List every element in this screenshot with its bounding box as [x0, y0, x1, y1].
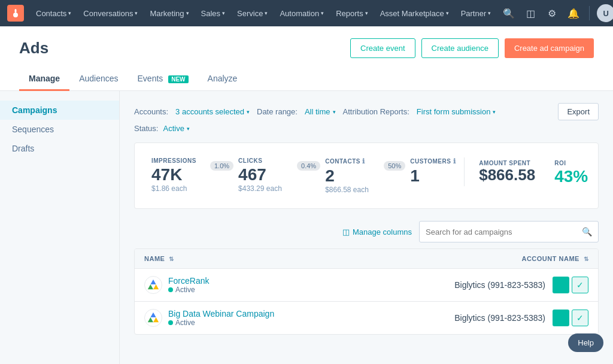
status-row: Status: Active ▾	[134, 124, 599, 133]
google-ads-icon	[144, 276, 162, 294]
date-range-label: Date range:	[257, 107, 298, 116]
create-campaign-button[interactable]: Create ad campaign	[505, 38, 594, 58]
status-text: Active	[175, 318, 195, 327]
check-swatch[interactable]: ✓	[572, 277, 588, 293]
sidebar-item-drafts[interactable]: Drafts	[0, 139, 119, 158]
date-range-filter[interactable]: All time ▾	[305, 107, 336, 116]
nav-asset-marketplace[interactable]: Asset Marketplace ▾	[375, 0, 454, 26]
accounts-caret-icon: ▾	[247, 109, 250, 115]
tab-analyze[interactable]: Analyze	[198, 68, 247, 91]
campaign-name-link[interactable]: Big Data Webinar Campaign	[168, 309, 274, 318]
campaign-account-cell: Biglytics (991-823-5383) ✓	[363, 302, 598, 335]
clicks-stat: CLICKS 467 $433.29 each	[238, 157, 286, 193]
contacts-info-icon[interactable]: ℹ	[362, 157, 365, 165]
page-header: Ads Create event Create audience Create …	[0, 26, 613, 91]
notifications-icon[interactable]: 🔔	[565, 5, 582, 22]
attribution-filter[interactable]: First form submission ▾	[417, 107, 496, 116]
nav-conversations[interactable]: Conversations ▾	[78, 0, 142, 26]
asset-marketplace-caret-icon: ▾	[446, 10, 449, 16]
contacts-stat: CONTACTS ℹ 2 $866.58 each	[325, 157, 373, 194]
settings-icon[interactable]: ⚙	[544, 5, 560, 22]
svg-marker-1	[150, 280, 156, 284]
checkmark-icon: ✓	[576, 280, 584, 290]
contacts-label: CONTACTS ℹ	[325, 157, 373, 165]
campaign-name-cell: Big Data Webinar Campaign Active	[135, 302, 363, 335]
customers-info-icon[interactable]: ℹ	[453, 157, 456, 165]
search-icon[interactable]: 🔍	[500, 5, 517, 22]
teal-swatch[interactable]	[553, 277, 569, 293]
top-navigation: Contacts ▾ Conversations ▾ Marketing ▾ S…	[0, 0, 613, 26]
hubspot-logo[interactable]	[7, 5, 24, 22]
clicks-arrow: 0.4%	[297, 161, 320, 171]
campaign-status: Active	[168, 318, 274, 327]
reports-caret-icon: ▾	[365, 10, 368, 16]
status-text: Active	[175, 286, 195, 294]
account-name: Biglytics (991-823-5383)	[454, 280, 545, 290]
accounts-label: Accounts:	[134, 107, 168, 116]
check-swatch[interactable]: ✓	[572, 310, 588, 326]
column-header-name[interactable]: NAME ⇅	[135, 249, 363, 269]
service-caret-icon: ▾	[265, 10, 268, 16]
customers-label: CUSTOMERS ℹ	[410, 157, 458, 165]
table-header-row: NAME ⇅ ACCOUNT NAME ⇅	[135, 249, 598, 269]
campaign-status: Active	[168, 286, 209, 294]
status-active-dot	[168, 287, 173, 292]
column-header-account[interactable]: ACCOUNT NAME ⇅	[363, 249, 598, 269]
accounts-filter[interactable]: 3 accounts selected ▾	[175, 107, 250, 116]
sidebar: Campaigns Sequences Drafts	[0, 91, 120, 364]
campaign-name-cell: ForceRank Active	[135, 269, 363, 302]
svg-marker-5	[150, 313, 156, 317]
nav-sales[interactable]: Sales ▾	[196, 0, 230, 26]
table-row: Big Data Webinar Campaign Active Biglyti…	[135, 302, 598, 335]
page-title: Ads	[19, 39, 48, 57]
avatar[interactable]: U	[597, 4, 613, 22]
campaign-name-link[interactable]: ForceRank	[168, 276, 209, 286]
color-swatches: ✓	[553, 310, 588, 326]
create-audience-button[interactable]: Create audience	[421, 38, 499, 58]
tab-events[interactable]: Events NEW	[128, 68, 198, 91]
customers-stat: CUSTOMERS ℹ 1	[410, 157, 458, 184]
color-swatches: ✓	[553, 277, 588, 293]
status-label: Status:	[134, 124, 158, 133]
svg-marker-7	[153, 317, 159, 322]
name-sort-icon: ⇅	[169, 256, 174, 262]
contacts-caret-icon: ▾	[68, 10, 71, 16]
impressions-stat: IMPRESSIONS 47K $1.86 each	[151, 157, 199, 193]
roi-stat: ROI 43%	[554, 157, 588, 186]
manage-columns-button[interactable]: ◫ Manage columns	[342, 228, 412, 236]
nav-partner[interactable]: Partner ▾	[456, 0, 496, 26]
sales-caret-icon: ▾	[222, 10, 225, 16]
tab-audiences[interactable]: Audiences	[69, 68, 128, 91]
nav-marketing[interactable]: Marketing ▾	[145, 0, 193, 26]
account-sort-icon: ⇅	[584, 256, 589, 262]
tab-manage[interactable]: Manage	[19, 68, 69, 91]
export-button[interactable]: Export	[558, 103, 599, 120]
sidebar-item-sequences[interactable]: Sequences	[0, 120, 119, 139]
nav-contacts[interactable]: Contacts ▾	[31, 0, 76, 26]
svg-marker-6	[148, 317, 153, 322]
teal-swatch[interactable]	[553, 310, 569, 326]
status-filter[interactable]: Active ▾	[163, 124, 189, 133]
nav-divider	[589, 6, 590, 20]
filters-row: Accounts: 3 accounts selected ▾ Date ran…	[134, 103, 599, 120]
content-area: Accounts: 3 accounts selected ▾ Date ran…	[120, 91, 613, 364]
stats-card: IMPRESSIONS 47K $1.86 each 1.0% CLICKS 4…	[134, 142, 599, 209]
create-event-button[interactable]: Create event	[350, 38, 415, 58]
nav-automation[interactable]: Automation ▾	[275, 0, 329, 26]
nav-service[interactable]: Service ▾	[232, 0, 272, 26]
partner-caret-icon: ▾	[488, 10, 491, 16]
marketing-caret-icon: ▾	[186, 10, 189, 16]
help-button[interactable]: Help	[568, 333, 603, 352]
table-toolbar: ◫ Manage columns 🔍	[134, 221, 599, 242]
status-active-dot	[168, 320, 173, 325]
table-row: ForceRank Active Biglytics (991-823-5383…	[135, 269, 598, 302]
grid-icon[interactable]: ◫	[522, 5, 539, 22]
campaign-account-cell: Biglytics (991-823-5383) ✓	[363, 269, 598, 302]
attribution-caret-icon: ▾	[493, 109, 496, 115]
checkmark-icon: ✓	[576, 313, 584, 323]
search-input[interactable]	[426, 228, 582, 236]
svg-marker-2	[148, 284, 153, 289]
nav-reports[interactable]: Reports ▾	[331, 0, 373, 26]
attribution-label: Attribution Reports:	[343, 107, 409, 116]
sidebar-item-campaigns[interactable]: Campaigns	[0, 101, 119, 120]
